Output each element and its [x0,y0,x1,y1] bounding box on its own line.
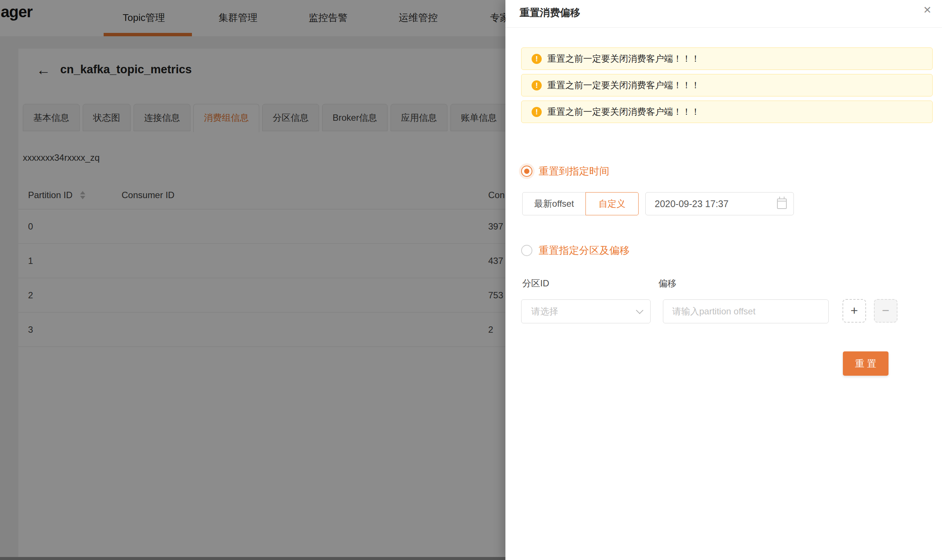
warning-text: 重置之前一定要关闭消费客户端！！！ [547,79,700,91]
calendar-icon [777,198,787,209]
datetime-value: 2020-09-23 17:37 [655,198,777,209]
radio-reset-to-time[interactable]: 重置到指定时间 [521,165,609,178]
radio-reset-partition-offset[interactable]: 重置指定分区及偏移 [521,244,630,257]
remove-row-button[interactable]: − [874,299,897,323]
reset-offset-drawer: 重置消费偏移 ✕ ! 重置之前一定要关闭消费客户端！！！ ! 重置之前一定要关闭… [506,0,942,560]
add-row-button[interactable]: + [842,299,866,323]
partition-select[interactable]: 请选择 [521,300,651,323]
reset-submit-button[interactable]: 重 置 [843,351,888,376]
partition-id-label: 分区ID [522,277,549,289]
warning-alert: ! 重置之前一定要关闭消费客户端！！！ [521,100,933,123]
latest-offset-button[interactable]: 最新offset [522,192,586,215]
close-icon[interactable]: ✕ [923,5,931,15]
screen: ager Topic管理 集群管理 监控告警 运维管控 专家 ← cn_kafk… [0,0,942,560]
warning-icon: ! [532,107,542,117]
warning-text: 重置之前一定要关闭消费客户端！！！ [547,106,700,118]
warning-alert: ! 重置之前一定要关闭消费客户端！！！ [521,74,933,97]
radio-reset-to-time-label: 重置到指定时间 [539,165,609,178]
radio-reset-partition-offset-label: 重置指定分区及偏移 [539,244,630,257]
warning-text: 重置之前一定要关闭消费客户端！！！ [547,53,700,65]
warning-icon: ! [532,54,542,64]
warning-icon: ! [532,80,542,91]
drawer-title: 重置消费偏移 [520,6,580,20]
warning-alert: ! 重置之前一定要关闭消费客户端！！！ [521,48,933,70]
drawer-header-divider [506,27,942,28]
radio-checked-icon [521,166,532,177]
partition-select-placeholder: 请选择 [531,305,636,317]
partition-offset-input[interactable] [663,300,829,323]
chevron-down-icon [636,306,643,314]
datetime-picker[interactable]: 2020-09-23 17:37 [645,192,794,215]
radio-unchecked-icon [521,245,532,256]
offset-label: 偏移 [658,277,676,289]
custom-offset-button[interactable]: 自定义 [586,192,638,215]
